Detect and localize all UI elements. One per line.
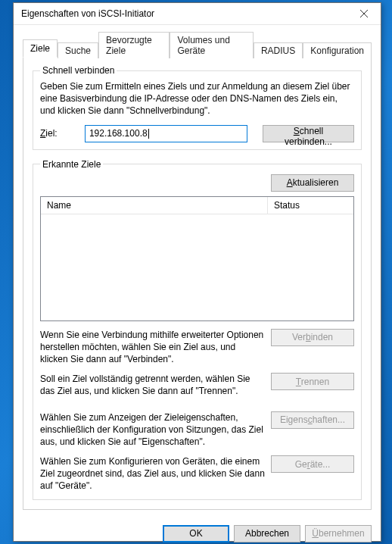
group-schnell-verbinden: Schnell verbinden Geben Sie zum Ermittel… [33, 65, 362, 150]
group-legend-schnell: Schnell verbinden [40, 65, 117, 76]
tab-strip: Ziele Suche Bevorzugte Ziele Volumes und… [23, 31, 372, 58]
erkannte-toolbar: Aktualisieren [40, 174, 354, 192]
ok-button[interactable]: OK [163, 525, 229, 542]
schnell-help-text: Geben Sie zum Ermitteln eines Ziels und … [40, 80, 354, 117]
ziel-input[interactable]: 192.168.100.8 [85, 125, 247, 142]
tab-volumes-geraete[interactable]: Volumes und Geräte [170, 32, 253, 58]
ziel-input-value: 192.168.100.8 [89, 128, 148, 139]
action-row-trennen: Soll ein Ziel vollständig getrennt werde… [40, 373, 354, 397]
action-row-geraete: Wählen Sie zum Konfigurieren von Geräten… [40, 455, 354, 492]
trennen-button[interactable]: Trennen [271, 373, 354, 390]
verbinden-button[interactable]: Verbinden [271, 329, 354, 346]
column-header-name[interactable]: Name [41, 197, 268, 214]
tab-ziele[interactable]: Ziele [23, 39, 58, 58]
dialog-button-row: OK Abbrechen Übernehmen [14, 517, 381, 544]
apply-button[interactable]: Übernehmen [305, 525, 372, 542]
cancel-button[interactable]: Abbrechen [234, 525, 300, 542]
group-erkannte-ziele: Erkannte Ziele Aktualisieren Name Status… [33, 159, 362, 500]
action-row-eigenschaften: Wählen Sie zum Anzeigen der Zieleigensch… [40, 411, 354, 449]
group-legend-erkannte: Erkannte Ziele [40, 159, 103, 170]
titlebar: Eigenschaften von iSCSI-Initiator [14, 3, 381, 25]
dialog-window: Eigenschaften von iSCSI-Initiator Ziele … [13, 2, 381, 542]
ziel-label: Ziel: [40, 128, 77, 139]
geraete-desc: Wählen Sie zum Konfigurieren von Geräten… [40, 455, 265, 492]
titlebar-buttons [349, 3, 379, 24]
ziel-row: Ziel: 192.168.100.8 Schnell verbinden... [40, 125, 354, 142]
close-icon[interactable] [349, 3, 379, 24]
dialog-content: Ziele Suche Bevorzugte Ziele Volumes und… [14, 25, 381, 517]
tab-radius[interactable]: RADIUS [254, 42, 303, 58]
tab-konfiguration[interactable]: Konfiguration [303, 42, 372, 58]
tab-suche[interactable]: Suche [58, 42, 98, 58]
tab-body-ziele: Schnell verbinden Geben Sie zum Ermittel… [23, 57, 372, 510]
action-row-verbinden: Wenn Sie eine Verbindung mithilfe erweit… [40, 329, 354, 366]
eigenschaften-button[interactable]: Eigenschaften... [271, 411, 354, 429]
eigenschaften-desc: Wählen Sie zum Anzeigen der Zieleigensch… [40, 411, 265, 449]
column-header-status[interactable]: Status [268, 197, 353, 214]
listview-header: Name Status [41, 197, 353, 214]
text-caret [148, 129, 149, 139]
trennen-desc: Soll ein Ziel vollständig getrennt werde… [40, 373, 265, 397]
tab-bevorzugte-ziele[interactable]: Bevorzugte Ziele [98, 32, 170, 58]
window-title: Eigenschaften von iSCSI-Initiator [21, 8, 154, 19]
geraete-button[interactable]: Geräte... [271, 455, 354, 473]
schnell-verbinden-button[interactable]: Schnell verbinden... [263, 125, 354, 142]
targets-listview[interactable]: Name Status [40, 196, 354, 321]
verbinden-desc: Wenn Sie eine Verbindung mithilfe erweit… [40, 329, 265, 366]
aktualisieren-button[interactable]: Aktualisieren [271, 174, 354, 192]
